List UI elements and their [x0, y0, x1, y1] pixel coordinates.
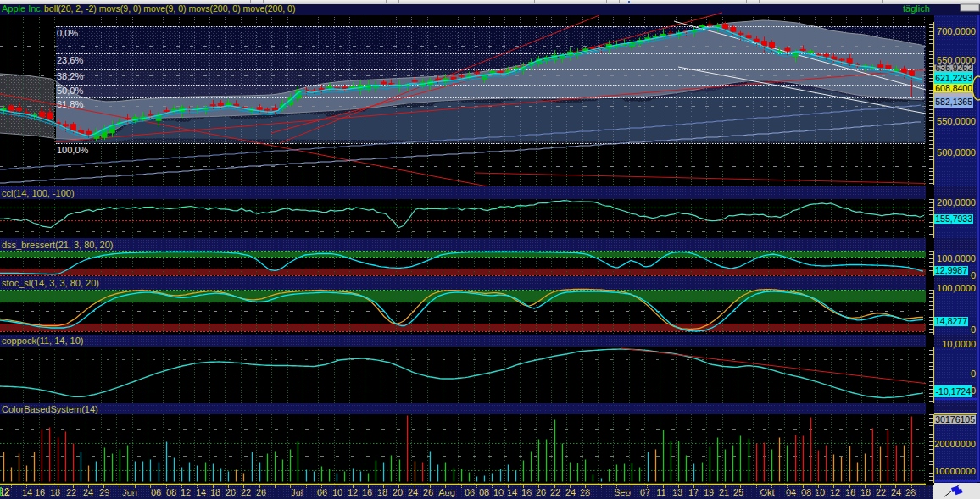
svg-text:0,0%: 0,0% — [57, 28, 78, 38]
svg-text:50,0%: 50,0% — [57, 86, 83, 96]
svg-text:cci(14, 100, -100): cci(14, 100, -100) — [2, 188, 75, 198]
svg-text:0: 0 — [971, 324, 976, 335]
svg-text:täglich: täglich — [903, 3, 930, 14]
svg-text:Apple Inc.: Apple Inc. — [2, 3, 43, 14]
svg-text:23,6%: 23,6% — [57, 55, 83, 65]
svg-text:-10,1724: -10,1724 — [936, 386, 972, 396]
svg-text:20000000: 20000000 — [934, 439, 976, 449]
svg-text:10,0000: 10,0000 — [942, 339, 976, 349]
svg-text:100,0000: 100,0000 — [937, 283, 976, 293]
svg-text:14,8277: 14,8277 — [935, 316, 967, 326]
svg-text:550,0000: 550,0000 — [937, 116, 976, 126]
svg-text:10000000: 10000000 — [934, 466, 976, 476]
svg-text:ColorBasedSystem(14): ColorBasedSystem(14) — [2, 404, 98, 414]
svg-text:boll(20, 2, -2) movs(9, 0) mov: boll(20, 2, -2) movs(9, 0) move(9, 0) mo… — [44, 3, 295, 14]
svg-text:coppock(11, 14, 10): coppock(11, 14, 10) — [2, 335, 83, 346]
svg-text:608,8400: 608,8400 — [935, 83, 972, 93]
svg-text:30176105: 30176105 — [935, 414, 975, 424]
svg-text:dss_bressert(21, 3, 80, 20): dss_bressert(21, 3, 80, 20) — [2, 240, 113, 250]
svg-text:500,0000: 500,0000 — [937, 147, 976, 158]
svg-text:0: 0 — [971, 385, 976, 396]
svg-text:621,2293: 621,2293 — [935, 73, 972, 83]
svg-text:stoc_sl(14, 3, 3, 80, 20): stoc_sl(14, 3, 3, 80, 20) — [2, 278, 99, 288]
svg-text:0: 0 — [971, 270, 976, 280]
svg-text:12,9987: 12,9987 — [935, 265, 967, 275]
svg-text:636,9262: 636,9262 — [935, 63, 972, 73]
svg-text:38,2%: 38,2% — [57, 71, 83, 81]
svg-text:582,1365: 582,1365 — [935, 97, 972, 107]
svg-text:700,0000: 700,0000 — [937, 26, 976, 36]
svg-text:100,0%: 100,0% — [57, 145, 89, 155]
svg-text:200,0000: 200,0000 — [937, 197, 976, 208]
svg-text:155,7933: 155,7933 — [935, 213, 972, 224]
svg-text:100,0000: 100,0000 — [937, 253, 976, 263]
svg-text:0: 0 — [971, 369, 976, 379]
